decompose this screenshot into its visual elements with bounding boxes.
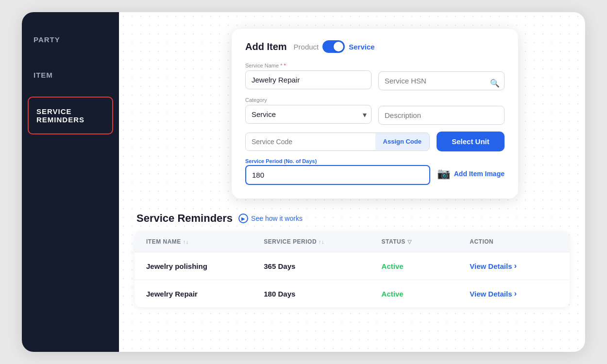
reminders-section: Service Reminders ▶ See how it works ITE… — [135, 212, 570, 307]
form-row-2: Category Service Product ▾ — [245, 97, 505, 125]
category-select-wrap: Service Product ▾ — [245, 105, 371, 124]
main-card: PARTY ITEM SERVICE REMINDERS Add Item Pr… — [22, 12, 585, 352]
filter-icon-status[interactable]: ▽ — [407, 239, 412, 245]
sort-icon-period[interactable]: ↑↓ — [319, 239, 324, 245]
service-name-input[interactable] — [245, 70, 371, 89]
product-service-toggle[interactable]: Product Service — [294, 40, 375, 53]
reminders-header: Service Reminders ▶ See how it works — [135, 212, 570, 225]
sidebar-item-party[interactable]: PARTY — [22, 22, 119, 57]
select-unit-button[interactable]: Select Unit — [437, 132, 505, 151]
cell-item-name-2: Jewelry Repair — [146, 290, 264, 298]
main-content: Add Item Product Service Service Name * — [119, 12, 585, 352]
category-group: Category Service Product ▾ — [245, 97, 371, 125]
service-code-input[interactable] — [246, 133, 375, 150]
toggle-thumb — [334, 42, 343, 51]
service-code-row: Assign Code Select Unit — [245, 132, 505, 151]
header-status: STATUS ▽ — [382, 238, 470, 245]
play-icon: ▶ — [238, 214, 248, 223]
period-input[interactable] — [245, 165, 430, 185]
cell-status-1: Active — [382, 262, 470, 270]
chevron-right-icon-1: › — [514, 261, 517, 271]
see-how-it-works-button[interactable]: ▶ See how it works — [238, 214, 303, 223]
service-code-box: Assign Code — [245, 132, 430, 151]
toggle-switch[interactable] — [322, 40, 345, 53]
add-item-card: Add Item Product Service Service Name * — [232, 29, 518, 199]
service-name-label: Service Name * — [245, 63, 371, 68]
period-label: Service Period (No. of Days) — [245, 158, 430, 164]
cell-period-1: 365 Days — [264, 262, 381, 270]
service-label: Service — [349, 43, 374, 51]
cell-item-name-1: Jewelry polishing — [146, 262, 264, 270]
add-item-header: Add Item Product Service — [245, 40, 505, 53]
sidebar: PARTY ITEM SERVICE REMINDERS — [22, 12, 119, 352]
header-item-name: ITEM NAME ↑↓ — [146, 238, 264, 245]
period-group: Service Period (No. of Days) — [245, 158, 430, 185]
sidebar-item-item[interactable]: ITEM — [22, 57, 119, 93]
category-label: Category — [245, 97, 371, 103]
cell-period-2: 180 Days — [264, 290, 381, 298]
cell-status-2: Active — [382, 290, 470, 298]
add-item-title: Add Item — [245, 41, 287, 52]
description-input[interactable] — [378, 106, 505, 125]
view-details-button-1[interactable]: View Details › — [470, 261, 558, 271]
chevron-right-icon-2: › — [514, 289, 517, 298]
table-header: ITEM NAME ↑↓ SERVICE PERIOD ↑↓ STATUS ▽ … — [135, 232, 570, 252]
reminders-table: ITEM NAME ↑↓ SERVICE PERIOD ↑↓ STATUS ▽ … — [135, 232, 570, 307]
description-group — [378, 97, 505, 125]
add-item-image-button[interactable]: 📷 Add Item Image — [437, 167, 505, 185]
service-hsn-group: 🔍 — [378, 63, 505, 90]
table-row: Jewelry Repair 180 Days Active View Deta… — [135, 280, 570, 307]
sidebar-item-service-reminders[interactable]: SERVICE REMINDERS — [28, 97, 113, 134]
view-details-button-2[interactable]: View Details › — [470, 289, 558, 298]
header-action: ACTION — [470, 238, 558, 245]
search-icon: 🔍 — [490, 78, 500, 87]
table-row: Jewelry polishing 365 Days Active View D… — [135, 252, 570, 280]
assign-code-button[interactable]: Assign Code — [375, 133, 429, 150]
form-row-1: Service Name * 🔍 — [245, 63, 505, 90]
service-period-row: Service Period (No. of Days) 📷 Add Item … — [245, 158, 505, 185]
header-service-period: SERVICE PERIOD ↑↓ — [264, 238, 381, 245]
category-select[interactable]: Service Product — [245, 105, 371, 124]
sort-icon-item-name[interactable]: ↑↓ — [183, 239, 189, 245]
product-label: Product — [294, 43, 319, 51]
camera-icon: 📷 — [437, 167, 450, 180]
service-name-group: Service Name * — [245, 63, 371, 90]
reminders-title: Service Reminders — [136, 212, 233, 225]
service-hsn-input[interactable] — [378, 71, 505, 90]
